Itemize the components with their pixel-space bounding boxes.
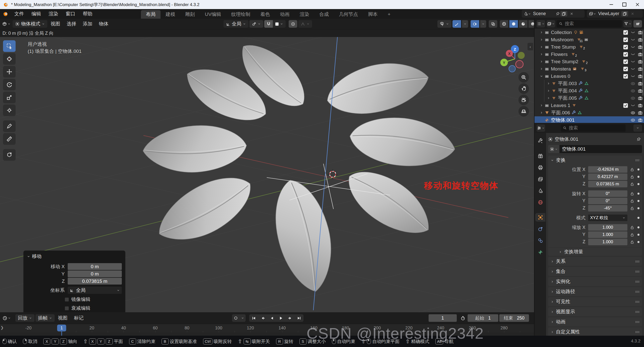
sidebar-toggle[interactable]: ‹ [527, 43, 533, 50]
menu-help[interactable]: 帮助 [79, 9, 96, 19]
camera-visibility-icon[interactable] [638, 67, 642, 71]
shading-solid-button[interactable] [509, 20, 518, 28]
proportional-falloff-dropdown[interactable] [298, 20, 312, 28]
camera-view-button[interactable] [518, 95, 529, 105]
shading-rendered-button[interactable] [528, 20, 534, 28]
viewlayer-selector[interactable]: ViewLayer [587, 10, 643, 18]
collection-checkbox[interactable] [623, 38, 628, 42]
outliner-row-mushroom[interactable]: Mushroom 11 [535, 36, 644, 43]
outliner-scrollbar[interactable] [642, 30, 643, 96]
delta-transform-subpanel[interactable]: 变换增量 [548, 248, 642, 256]
lock-icon[interactable] [629, 182, 635, 186]
remove-viewlayer-button[interactable] [629, 10, 636, 18]
eye-icon[interactable] [631, 81, 635, 86]
item-name[interactable]: Mushroom [551, 37, 574, 43]
rotation-z-field[interactable]: -45° [588, 205, 627, 212]
overlays-dropdown[interactable] [480, 20, 486, 28]
tab-object[interactable] [535, 213, 545, 222]
pin-icon[interactable] [556, 12, 560, 16]
filter-dropdown[interactable] [623, 20, 632, 27]
move-y-field[interactable]: 0 m [68, 270, 122, 277]
outliner-row-plane004[interactable]: 平面.004 [535, 87, 644, 94]
tab-layout[interactable]: 布局 [141, 10, 161, 19]
tab-world[interactable] [535, 198, 545, 206]
expand-icon[interactable] [538, 67, 545, 71]
item-name[interactable]: 平面.004 [558, 88, 577, 94]
scale-z-field[interactable]: 1.000 [588, 239, 627, 245]
lock-icon[interactable] [629, 225, 635, 229]
item-name[interactable]: Collection [551, 30, 572, 35]
lock-icon[interactable] [629, 240, 635, 244]
expand-icon[interactable] [538, 31, 545, 34]
camera-visibility-icon[interactable] [638, 111, 642, 115]
outliner-row-empty001-selected[interactable]: 空物体.001 [535, 116, 644, 123]
hide-curve-icon[interactable] [631, 45, 635, 49]
camera-visibility-icon[interactable] [638, 103, 642, 108]
tab-object-data[interactable] [535, 248, 545, 256]
new-collection-button[interactable] [633, 20, 642, 27]
delete-scene-button[interactable] [568, 10, 576, 18]
new-scene-button[interactable] [560, 11, 567, 16]
rotation-mode-dropdown[interactable]: XYZ 欧拉 [588, 215, 627, 221]
collection-checkbox[interactable] [623, 74, 628, 79]
transform-panel-header[interactable]: 变换 [548, 156, 642, 165]
overlays-toggle[interactable] [471, 20, 479, 28]
location-x-field[interactable]: -0.42624 m [588, 166, 627, 173]
outliner-row-leaves0[interactable]: Leaves 0 [535, 73, 644, 80]
properties-editor-type-button[interactable] [537, 124, 545, 132]
play-reverse-button[interactable] [267, 314, 276, 322]
leaf-object[interactable] [142, 124, 247, 174]
item-name[interactable]: Tree Stump [551, 44, 576, 50]
tool-add-cube[interactable] [3, 149, 16, 161]
collection-checkbox[interactable] [623, 30, 628, 35]
grip-icon[interactable] [635, 320, 639, 324]
pin-icon[interactable] [636, 137, 641, 142]
panel-collections[interactable]: 集合 [548, 267, 642, 276]
item-name[interactable]: 平面.006 [551, 110, 570, 116]
chevron-down-icon[interactable] [27, 255, 30, 258]
hide-curve-icon[interactable] [631, 103, 635, 108]
eye-icon[interactable] [631, 89, 635, 93]
animate-dot[interactable] [637, 226, 639, 228]
menu-window[interactable]: 窗口 [62, 9, 79, 19]
tab-constraints[interactable] [535, 236, 545, 245]
outliner-row-tree-stump[interactable]: Tree Stump 2 [535, 43, 644, 51]
playback-menu[interactable]: 回放 [15, 314, 34, 322]
mode-dropdown[interactable]: 物体模式 [13, 20, 47, 28]
animate-dot[interactable] [637, 234, 639, 236]
current-frame-field[interactable]: 1 [429, 314, 457, 322]
rotation-x-field[interactable]: 0° [588, 190, 627, 197]
lock-icon[interactable] [629, 175, 635, 179]
display-mode-dropdown[interactable] [547, 20, 555, 27]
move-x-field[interactable]: 0 m [68, 263, 122, 270]
tab-physics[interactable] [535, 225, 545, 233]
camera-visibility-icon[interactable] [638, 52, 642, 57]
tab-view-layer[interactable] [535, 175, 545, 183]
grip-icon[interactable] [635, 259, 639, 264]
camera-visibility-icon[interactable] [638, 59, 642, 64]
item-name[interactable]: Leaves 0 [551, 74, 570, 79]
jump-to-start-button[interactable] [249, 314, 258, 322]
new-viewlayer-button[interactable] [621, 11, 628, 16]
tab-modeling[interactable]: 建模 [161, 10, 180, 19]
hide-curve-icon[interactable] [631, 67, 635, 71]
gizmo-toggle[interactable] [452, 20, 461, 28]
proportional-editing-toggle[interactable] [289, 20, 297, 28]
hide-curve-icon[interactable] [631, 38, 635, 42]
scene-selector[interactable]: Scene [522, 10, 585, 18]
visibility-dropdown[interactable] [437, 20, 451, 28]
tab-scripting[interactable]: 脚本 [363, 10, 383, 19]
use-preview-range-button[interactable] [459, 314, 467, 322]
minimize-button[interactable] [605, 0, 618, 9]
properties-search[interactable] [561, 124, 626, 132]
collection-checkbox[interactable] [623, 59, 628, 64]
panel-custom-properties[interactable]: 自定义属性 [548, 327, 642, 336]
gizmo-x-neg-axis[interactable] [516, 60, 523, 68]
outliner-row-plane005[interactable]: 平面.005 [535, 94, 644, 102]
lock-icon[interactable] [629, 192, 635, 196]
hide-curve-icon[interactable] [631, 74, 635, 79]
leaf-object[interactable] [267, 175, 340, 297]
tool-annotate[interactable] [3, 120, 16, 132]
outliner-row-flowers[interactable]: Flowers 2 [535, 51, 644, 58]
auto-keying-dropdown[interactable] [240, 314, 246, 322]
